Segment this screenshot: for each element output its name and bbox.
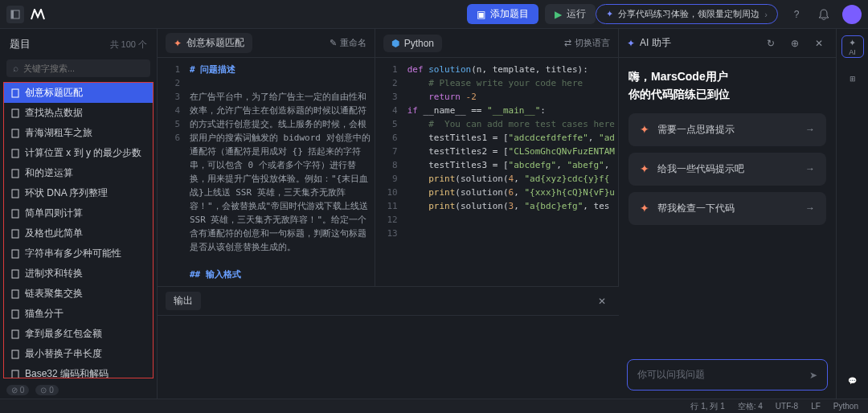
status-eol[interactable]: LF [811,402,821,411]
svg-rect-6 [12,170,18,178]
panel-icon [10,10,20,19]
send-icon[interactable]: ➤ [809,370,817,381]
output-tab-label: 输出 [174,295,193,306]
ai-suggestion-card[interactable]: ✦需要一点思路提示→ [628,113,826,146]
svg-rect-1 [11,10,14,18]
problem-item[interactable]: 简单四则计算 [4,203,153,223]
problem-item[interactable]: 青海湖租车之旅 [4,123,153,143]
problem-item[interactable]: 环状 DNA 序列整理 [4,183,153,203]
description-gutter: 123456 [158,58,186,286]
problem-item[interactable]: 创意标题匹配 [4,83,153,103]
bell-icon[interactable] [815,6,833,23]
status-lang[interactable]: Python [833,402,858,411]
switch-language-label: 切换语言 [575,37,610,49]
problem-item-label: 拿到最多红包金额 [25,327,102,341]
ai-panel: ✦ AI 助手 ↻ ⊕ ✕ 嗨，MarsCode用户 你的代码陪练已到位 ✦需要… [619,29,836,399]
problem-item-label: 计算位置 x 到 y 的最少步数 [25,146,141,160]
promo-banner[interactable]: ✦ 分享代码练习体验，领限量定制周边 › [596,4,778,24]
switch-language-button[interactable]: ⇄ 切换语言 [564,37,610,49]
sparkle-icon: ✦ [640,123,649,136]
ai-suggestion-card[interactable]: ✦帮我检查一下代码→ [628,192,826,225]
ai-title: ✦ AI 助手 [627,36,671,50]
description-tab[interactable]: ✦ 创意标题匹配 [166,33,252,53]
chevron-right-icon: › [764,10,768,19]
sidebar-toggle[interactable] [6,6,24,23]
language-tab[interactable]: ⬢ Python [383,35,442,52]
sparkle-icon: ✦ [640,202,649,215]
rename-button[interactable]: ✎ 重命名 [330,37,366,49]
run-label: 运行 [567,7,586,21]
problem-item-label: 猫鱼分干 [25,307,63,321]
svg-rect-10 [12,250,18,258]
add-problem-button[interactable]: ▣ 添加题目 [467,4,538,24]
rail-plugin-button[interactable]: ⊞ [841,67,864,90]
ai-input[interactable]: 你可以问我问题 ➤ [627,359,828,391]
problem-item[interactable]: 猫鱼分干 [4,304,153,324]
rail-ai-label: AI [849,48,856,56]
sidebar-title: 题目 [10,37,31,51]
search-icon: ⌕ [13,63,18,74]
output-tab[interactable]: 输出 [166,292,201,310]
user-avatar[interactable] [842,5,862,24]
logo-icon [31,7,45,22]
problem-item[interactable]: 拿到最多红包金额 [4,324,153,344]
pencil-icon: ✎ [330,38,337,48]
ai-welcome-1: 嗨，MarsCode用户 [628,67,826,85]
problem-item[interactable]: 查找热点数据 [4,103,153,123]
svg-rect-5 [12,149,18,157]
svg-rect-7 [12,190,18,198]
document-icon [10,289,20,299]
status-position[interactable]: 行 1, 列 1 [690,401,724,412]
plus-icon: ▣ [477,9,485,20]
history-icon[interactable]: ↻ [762,35,780,52]
document-icon [10,229,20,239]
problem-item[interactable]: 和的逆运算 [4,163,153,183]
problem-item[interactable]: 进制求和转换 [4,264,153,284]
help-icon[interactable]: ? [788,6,805,23]
code-gutter: 12345678910111213 [375,58,404,286]
svg-rect-8 [12,210,18,218]
search-input[interactable] [23,63,144,73]
problem-item[interactable]: 最小替换子串长度 [4,344,153,364]
problem-item[interactable]: 计算位置 x 到 y 的最少步数 [4,143,153,163]
svg-rect-13 [12,310,18,318]
status-encoding[interactable]: UTF-8 [776,402,798,411]
swap-icon: ⇄ [564,38,571,48]
description-content[interactable]: # 问题描述 在广告平台中，为了给广告主一定的自由性和效率，允许广告主在创造标题… [186,58,375,286]
search-box[interactable]: ⌕ [6,59,150,77]
status-indent[interactable]: 空格: 4 [738,401,763,412]
rail-ai-button[interactable]: ✦ AI [841,35,864,58]
document-icon [10,329,20,339]
problem-item-label: 创意标题匹配 [25,86,83,100]
document-icon [10,309,20,319]
svg-rect-3 [12,109,18,117]
document-icon [10,149,20,158]
new-chat-icon[interactable]: ⊕ [786,35,804,52]
ai-card-label: 需要一点思路提示 [657,123,735,137]
svg-rect-11 [12,270,18,278]
document-icon [10,269,20,279]
close-output-icon[interactable]: ✕ [593,292,611,310]
problem-item[interactable]: 链表聚集交换 [4,284,153,304]
sparkle-icon: ✦ [849,38,856,48]
footer-badge-1: ⊘ 0 [6,385,29,395]
document-icon [10,209,20,219]
problem-item[interactable]: Base32 编码和解码 [4,364,153,378]
ai-card-label: 帮我检查一下代码 [657,202,735,215]
close-ai-icon[interactable]: ✕ [810,35,828,52]
ai-input-placeholder: 你可以问我问题 [637,368,705,382]
rail-chat-button[interactable]: 💬 [841,370,864,392]
footer-badge-2: ⊙ 0 [35,385,58,395]
problem-item-label: 最小替换子串长度 [25,347,102,361]
document-icon [10,249,20,259]
add-problem-label: 添加题目 [490,7,529,21]
ai-suggestion-card[interactable]: ✦给我一些代码提示吧→ [628,153,826,186]
problem-item-label: 字符串有多少种可能性 [25,247,121,260]
problem-item[interactable]: 及格也此简单 [4,223,153,243]
document-icon [10,88,20,98]
arrow-right-icon: → [805,202,815,214]
ai-welcome: 嗨，MarsCode用户 你的代码陪练已到位 [628,67,826,104]
problem-item[interactable]: 字符串有多少种可能性 [4,243,153,264]
code-content[interactable]: def solution(n, template, titles): # Ple… [404,58,618,286]
run-button[interactable]: ▶ 运行 [545,4,596,24]
